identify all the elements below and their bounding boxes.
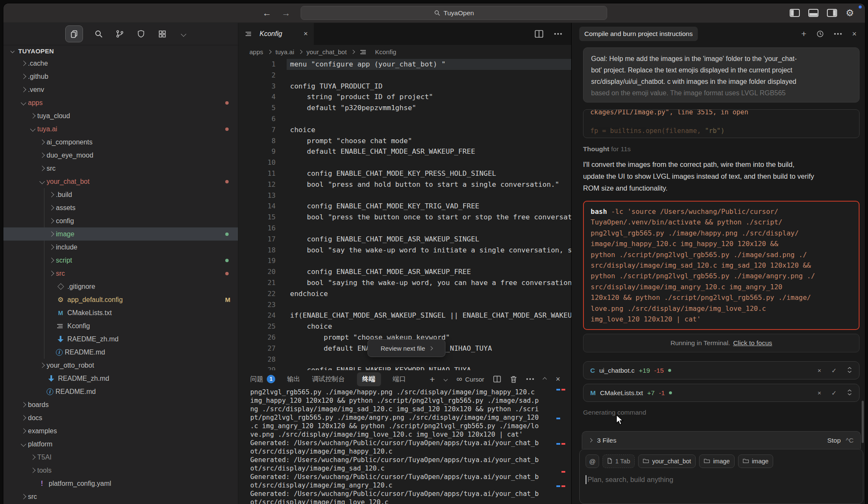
tree-item-include[interactable]: include xyxy=(3,241,238,254)
panel-tab-端口[interactable]: 端口 xyxy=(393,375,406,384)
tree-item-tuya_cloud[interactable]: tuya_cloud xyxy=(3,109,238,122)
code-line[interactable]: 4 string "product ID of project" xyxy=(238,91,571,102)
tree-item-src[interactable]: src xyxy=(3,267,238,280)
chevron-down-icon[interactable] xyxy=(178,28,189,39)
breadcrumb-item[interactable]: apps xyxy=(249,48,263,55)
tree-item-your_otto_robot[interactable]: your_otto_robot xyxy=(3,359,238,372)
new-terminal-icon[interactable]: + xyxy=(430,375,435,384)
shield-icon[interactable] xyxy=(135,28,147,39)
split-terminal-icon[interactable] xyxy=(493,376,501,382)
changed-file-card-ui_chatbot.c[interactable]: Cui_chatbot.c+19-15×✓ xyxy=(583,361,860,379)
expand-file-icon[interactable] xyxy=(847,367,852,374)
chat-scrollbar[interactable] xyxy=(862,401,864,443)
tree-item-README.md[interactable]: iREADME.md xyxy=(3,346,238,359)
new-chat-icon[interactable]: + xyxy=(801,29,806,39)
toggle-right-panel-icon[interactable] xyxy=(827,9,837,17)
code-line[interactable]: 12 bool "press and hold button to start … xyxy=(238,179,571,190)
tree-item-.venv[interactable]: .venv xyxy=(3,83,238,96)
tree-item-src[interactable]: src xyxy=(3,162,238,175)
forward-arrow-icon[interactable]: → xyxy=(282,8,290,18)
code-line[interactable]: 14 config ENABLE_CHAT_MODE_KEY_TRIG_VAD_… xyxy=(238,201,571,212)
back-arrow-icon[interactable]: ← xyxy=(263,8,271,18)
accept-file-icon[interactable]: ✓ xyxy=(831,367,837,374)
project-root-header[interactable]: TUYAOPEN xyxy=(3,45,238,57)
maximize-panel-icon[interactable] xyxy=(543,377,547,381)
tree-item-.github[interactable]: .github xyxy=(3,70,238,83)
changed-file-card-CMakeLists.txt[interactable]: MCMakeLists.txt+7-1×✓ xyxy=(583,384,860,402)
code-line[interactable]: 21 bool "saying the wake-up word, you ca… xyxy=(238,277,571,288)
tree-item-ai_components[interactable]: ai_components xyxy=(3,136,238,149)
terminal-output[interactable]: png2lvgl_rgb565.py ./image/happy.png ./s… xyxy=(238,388,571,504)
code-line[interactable]: 9 default ENABLE_CHAT_MODE_ASR_WAKEUP_FR… xyxy=(238,146,571,157)
tree-item-app_default.config[interactable]: ⚙app_default.configM xyxy=(3,293,238,306)
tree-item-README.md[interactable]: iREADME.md xyxy=(3,385,238,398)
review-next-file-button[interactable]: Review next file xyxy=(368,339,445,357)
tree-item-platform_config.yaml[interactable]: !platform_config.yaml xyxy=(3,477,238,490)
extensions-icon[interactable] xyxy=(157,28,168,39)
source-control-icon[interactable] xyxy=(114,28,125,39)
terminal-more-actions-icon[interactable] xyxy=(529,378,531,380)
code-line[interactable]: 6 xyxy=(238,114,571,125)
add-context-chip[interactable]: @ xyxy=(586,454,599,468)
context-chip-your_chat_bot[interactable]: your_chat_bot xyxy=(638,454,696,468)
files-expand-chevron-icon[interactable] xyxy=(589,438,593,443)
search-view-icon[interactable] xyxy=(93,28,104,39)
reject-file-icon[interactable]: × xyxy=(818,367,821,374)
code-line[interactable]: 2 xyxy=(238,70,571,81)
chat-more-actions-icon[interactable] xyxy=(837,33,839,35)
kill-terminal-trash-icon[interactable] xyxy=(510,376,517,383)
chat-tab-title[interactable]: Compile and burn project instructions xyxy=(579,27,698,41)
panel-tab-问题[interactable]: 问题1 xyxy=(250,375,275,384)
code-editor[interactable]: 1menu "configure app (your_chat_bot) "23… xyxy=(238,59,571,370)
tree-item-.build[interactable]: .build xyxy=(3,188,238,201)
close-panel-icon[interactable]: × xyxy=(556,375,560,384)
panel-tab-终端[interactable]: 终端 xyxy=(357,372,381,386)
tree-item-tools[interactable]: tools xyxy=(3,464,238,477)
tree-item-assets[interactable]: assets xyxy=(3,201,238,214)
code-line[interactable]: 18 bool "say the wake-up word to initiat… xyxy=(238,245,571,256)
click-to-focus-link[interactable]: Click to focus xyxy=(733,339,772,347)
panel-tab-调试控制台[interactable]: 调试控制台 xyxy=(312,375,345,384)
code-line[interactable]: 11 config ENABLE_CHAT_MODE_KEY_PRESS_HOL… xyxy=(238,168,571,179)
code-line[interactable]: 20 config ENABLE_CHAT_MODE_ASR_WAKEUP_FR… xyxy=(238,266,571,277)
terminal-instance-cursor[interactable]: ∞ Cursor xyxy=(456,374,484,384)
panel-tab-输出[interactable]: 输出 xyxy=(287,375,300,384)
tree-item-.cache[interactable]: .cache xyxy=(3,57,238,70)
reject-file-icon[interactable]: × xyxy=(818,389,821,396)
explorer-icon[interactable] xyxy=(65,25,83,42)
code-line[interactable]: 17 config ENABLE_CHAT_MODE_ASR_WAKEUP_SI… xyxy=(238,234,571,245)
editor-more-actions-icon[interactable] xyxy=(557,33,559,35)
tree-item-src[interactable]: src xyxy=(3,490,238,503)
code-line[interactable]: 16 xyxy=(238,223,571,234)
tree-item-your_chat_bot[interactable]: your_chat_bot xyxy=(3,175,238,188)
accept-file-icon[interactable]: ✓ xyxy=(831,389,837,397)
context-chip-image[interactable]: image xyxy=(738,454,774,468)
code-line[interactable]: 13 xyxy=(238,190,571,201)
code-line[interactable]: 19 xyxy=(238,255,571,266)
tree-item-duo_eye_mood[interactable]: duo_eye_mood xyxy=(3,149,238,162)
tree-item-CMakeLists.txt[interactable]: MCMakeLists.txt xyxy=(3,306,238,319)
close-tab-icon[interactable]: × xyxy=(304,30,308,38)
stop-button[interactable]: Stop xyxy=(827,437,841,444)
close-chat-icon[interactable]: × xyxy=(852,30,857,39)
tree-item-platform[interactable]: platform xyxy=(3,438,238,451)
context-chip-1 Tab[interactable]: 1 Tab xyxy=(603,454,635,468)
chat-input-box[interactable]: @1 Tabyour_chat_botimageimage Plan, sear… xyxy=(579,449,863,504)
tree-item-apps[interactable]: apps xyxy=(3,96,238,109)
changed-files-bar[interactable]: 3 Files Stop ^C xyxy=(582,431,861,449)
code-line[interactable]: 7choice xyxy=(238,125,571,136)
code-line[interactable]: 3config TUYA_PRODUCT_ID xyxy=(238,81,571,92)
breadcrumb-item[interactable]: Kconfig xyxy=(375,48,396,55)
settings-gear-icon[interactable]: ⚙ xyxy=(846,8,854,18)
terminal-dropdown-icon[interactable] xyxy=(443,377,448,381)
code-line[interactable]: 10 xyxy=(238,157,571,168)
tree-item-RAEDME_zh.md[interactable]: RAEDME_zh.md xyxy=(3,332,238,346)
split-editor-icon[interactable] xyxy=(535,30,543,38)
history-icon[interactable] xyxy=(816,30,824,38)
tree-item-script[interactable]: script xyxy=(3,254,238,267)
tree-item-docs[interactable]: docs xyxy=(3,411,238,424)
breadcrumb-item[interactable]: your_chat_bot xyxy=(307,48,347,55)
command-search-box[interactable]: TuyaOpen xyxy=(301,6,607,20)
tree-item-README_zh.md[interactable]: README_zh.md xyxy=(3,372,238,385)
code-line[interactable]: 24if(ENABLE_CHAT_MODE_ASR_WAKEUP_SINGEL … xyxy=(238,310,571,321)
